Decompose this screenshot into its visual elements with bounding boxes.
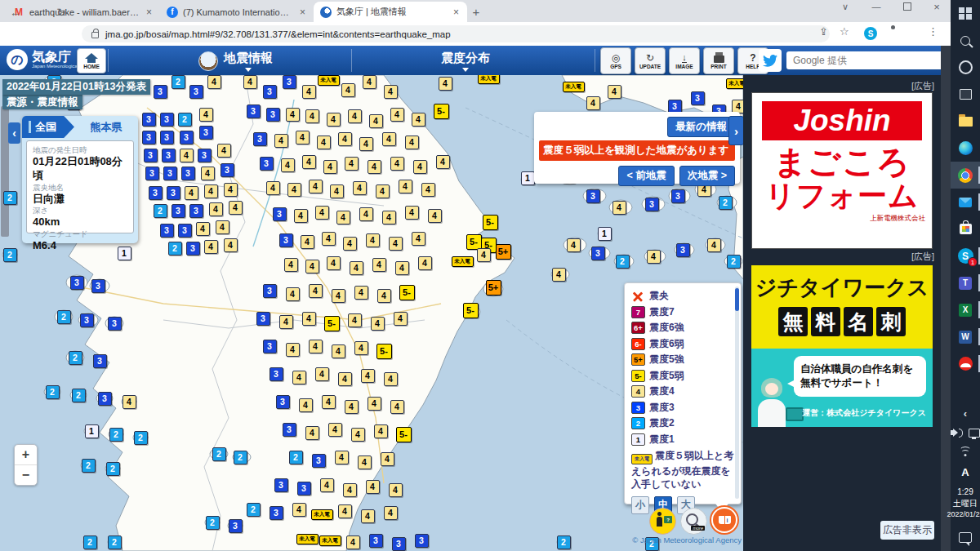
intensity-marker-4[interactable]: 4 xyxy=(301,235,314,249)
intensity-marker-3[interactable]: 3 xyxy=(263,340,277,353)
intensity-marker-4[interactable]: 4 xyxy=(216,220,229,234)
intensity-marker-3[interactable]: 3 xyxy=(186,242,200,256)
intensity-marker-3[interactable]: 3 xyxy=(167,186,180,200)
intensity-marker-3[interactable]: 3 xyxy=(369,534,383,548)
intensity-marker-2[interactable]: 2 xyxy=(108,535,122,549)
intensity-marker-4[interactable]: 4 xyxy=(366,233,380,247)
intensity-marker-4[interactable]: 4 xyxy=(315,367,329,381)
skype-extension-icon[interactable]: S xyxy=(864,27,877,40)
intensity-marker-2[interactable]: 2 xyxy=(172,75,185,89)
intensity-marker-3[interactable]: 3 xyxy=(312,454,326,468)
intensity-marker-4[interactable]: 4 xyxy=(122,395,136,409)
intensity-marker-4[interactable]: 4 xyxy=(405,206,419,220)
intensity-marker-2[interactable]: 2 xyxy=(247,503,261,517)
intensity-marker-4[interactable]: 4 xyxy=(224,238,238,252)
intensity-marker-mi[interactable]: 未入電 xyxy=(726,78,744,89)
intensity-marker-4[interactable]: 4 xyxy=(204,240,218,254)
intensity-marker-4[interactable]: 4 xyxy=(332,289,345,303)
intensity-marker-4[interactable]: 4 xyxy=(209,202,223,216)
intensity-marker-4[interactable]: 4 xyxy=(286,343,300,357)
window-chevron-button[interactable]: ∨ xyxy=(831,0,859,13)
intensity-marker-3[interactable]: 3 xyxy=(668,100,682,113)
tab-close-icon[interactable]: × xyxy=(452,7,461,18)
intensity-marker-4[interactable]: 4 xyxy=(395,261,409,275)
page-scrollbar[interactable] xyxy=(941,46,951,551)
intensity-marker-4[interactable]: 4 xyxy=(358,455,372,469)
intensity-marker-2[interactable]: 2 xyxy=(72,389,86,402)
intensity-marker-4[interactable]: 4 xyxy=(323,160,337,174)
window-restore-button[interactable] xyxy=(893,0,921,13)
browser-tab[interactable]: 気象庁 | 地震情報× xyxy=(314,2,467,22)
intensity-marker-4[interactable]: 4 xyxy=(732,100,744,113)
intensity-marker-2[interactable]: 2 xyxy=(289,451,303,464)
intensity-marker-4[interactable]: 4 xyxy=(327,256,341,270)
intensity-marker-4[interactable]: 4 xyxy=(361,509,375,523)
intensity-marker-3[interactable]: 3 xyxy=(283,423,296,437)
intensity-marker-4[interactable]: 4 xyxy=(412,232,425,246)
intensity-marker-3[interactable]: 3 xyxy=(180,131,194,144)
more-button[interactable]: more xyxy=(680,508,707,535)
intensity-marker-5+[interactable]: 5+ xyxy=(496,244,511,260)
intensity-marker-4[interactable]: 4 xyxy=(309,180,323,193)
intensity-marker-4[interactable]: 4 xyxy=(354,341,368,355)
intensity-marker-4[interactable]: 4 xyxy=(612,201,626,215)
twitter-button[interactable] xyxy=(759,49,782,72)
intensity-marker-4[interactable]: 4 xyxy=(366,480,380,494)
intensity-marker-4[interactable]: 4 xyxy=(207,75,221,89)
intensity-marker-4[interactable]: 4 xyxy=(348,109,362,123)
intensity-marker-2[interactable]: 2 xyxy=(154,204,167,218)
intensity-marker-5-[interactable]: 5- xyxy=(399,285,415,300)
intensity-marker-2[interactable]: 2 xyxy=(57,310,71,324)
intensity-marker-2[interactable]: 2 xyxy=(109,428,123,442)
skype-button[interactable]: S1 xyxy=(951,242,980,269)
intensity-marker-4[interactable]: 4 xyxy=(647,250,661,264)
tab-nationwide[interactable]: 全国 xyxy=(22,116,74,138)
browser-tab[interactable]: f(7) Kumamoto International | Fac× xyxy=(160,2,314,22)
intensity-marker-3[interactable]: 3 xyxy=(154,85,167,99)
intensity-marker-4[interactable]: 4 xyxy=(302,155,316,169)
intensity-marker-mi[interactable]: 未入電 xyxy=(452,256,474,267)
intensity-marker-4[interactable]: 4 xyxy=(412,113,425,127)
intensity-marker-4[interactable]: 4 xyxy=(413,160,427,174)
intensity-marker-2[interactable]: 2 xyxy=(106,462,120,476)
intensity-marker-4[interactable]: 4 xyxy=(294,209,308,223)
intensity-marker-5-[interactable]: 5- xyxy=(466,234,482,250)
intensity-marker-4[interactable]: 4 xyxy=(332,344,345,358)
intensity-marker-2[interactable]: 2 xyxy=(3,191,17,205)
intensity-marker-3[interactable]: 3 xyxy=(70,276,84,290)
intensity-marker-2[interactable]: 2 xyxy=(719,196,733,210)
intensity-marker-4[interactable]: 4 xyxy=(296,131,310,144)
intensity-marker-4[interactable]: 4 xyxy=(707,238,721,252)
intensity-marker-2[interactable]: 2 xyxy=(69,351,82,365)
intensity-marker-2[interactable]: 2 xyxy=(212,447,226,461)
forward-button[interactable]: → xyxy=(29,3,47,21)
intensity-marker-3[interactable]: 3 xyxy=(163,167,177,180)
intensity-marker-3[interactable]: 3 xyxy=(160,131,174,144)
share-icon[interactable]: ⇪ xyxy=(819,25,828,38)
intensity-marker-3[interactable]: 3 xyxy=(181,167,195,180)
intensity-marker-3[interactable]: 3 xyxy=(276,395,290,409)
chrome-button[interactable] xyxy=(951,162,980,189)
intensity-marker-3[interactable]: 3 xyxy=(274,478,288,492)
intensity-marker-4[interactable]: 4 xyxy=(405,136,419,149)
earthquake-map[interactable]: 2122132343324333333434333433344423344334… xyxy=(0,75,743,551)
intensity-marker-4[interactable]: 4 xyxy=(302,85,316,99)
intensity-marker-5-[interactable]: 5- xyxy=(376,344,392,359)
intensity-marker-2[interactable]: 2 xyxy=(3,248,17,262)
word-button[interactable]: W xyxy=(951,323,980,350)
edge-button[interactable] xyxy=(951,135,980,162)
latest-info-button[interactable]: 最新の情報 xyxy=(667,117,735,137)
intensity-marker-3[interactable]: 3 xyxy=(142,131,156,144)
intensity-marker-5-[interactable]: 5- xyxy=(463,303,479,318)
intensity-marker-3[interactable]: 3 xyxy=(392,537,406,551)
intensity-marker-4[interactable]: 4 xyxy=(336,211,350,224)
intensity-marker-4[interactable]: 4 xyxy=(439,77,452,91)
intensity-marker-4[interactable]: 4 xyxy=(345,400,359,414)
intensity-marker-3[interactable]: 3 xyxy=(98,392,112,406)
intensity-marker-4[interactable]: 4 xyxy=(305,426,319,440)
intensity-marker-mi[interactable]: 未入電 xyxy=(296,534,318,544)
intensity-marker-4[interactable]: 4 xyxy=(341,83,355,97)
home-button[interactable]: HOME xyxy=(77,48,106,73)
joshin-ad[interactable]: Joshin まごころ リフォーム 上新電機株式会社 xyxy=(751,92,933,249)
intensity-marker-2[interactable]: 2 xyxy=(168,242,182,256)
